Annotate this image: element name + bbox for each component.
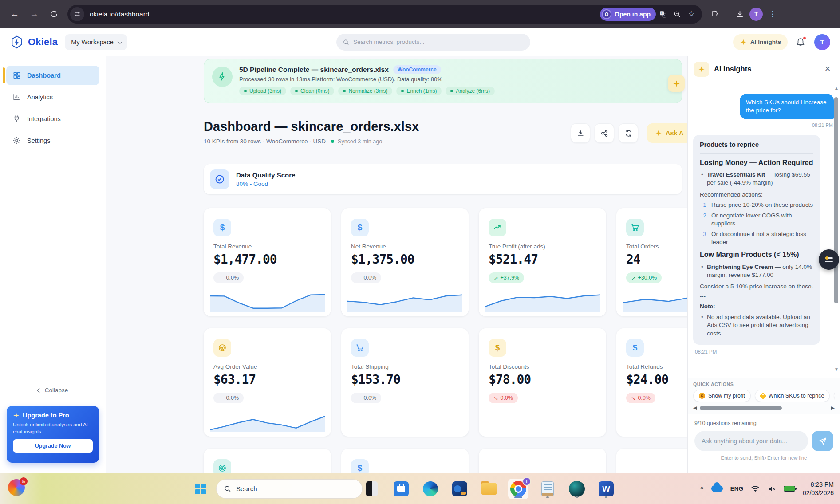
taskbar-app-clipchamp[interactable]: [567, 479, 587, 499]
sidebar-item-analytics[interactable]: Analytics: [6, 87, 99, 107]
kpi-card-total-discounts: $ Total Discounts $78.00 0.0%: [479, 328, 606, 437]
send-button[interactable]: [812, 431, 833, 451]
browser-reload-button[interactable]: [45, 6, 62, 23]
chrome-profile-badge: T: [522, 477, 531, 486]
taskbar-app-phone[interactable]: [362, 479, 382, 499]
volume-muted-icon[interactable]: [767, 485, 776, 493]
response-section-title: Low Margin Products (< 15%): [700, 250, 813, 259]
browser-profile-avatar[interactable]: T: [749, 8, 763, 21]
sparkline-chart: [210, 289, 325, 312]
ask-ai-button[interactable]: Ask A: [647, 123, 692, 143]
battery-icon[interactable]: [784, 486, 795, 492]
kpi-card-partial: $: [341, 449, 469, 473]
quick-action-reprice[interactable]: Which SKUs to reprice: [755, 390, 830, 402]
upgrade-now-button[interactable]: Upgrade Now: [13, 439, 93, 453]
chat-scrollbar[interactable]: ▲ ▼: [833, 86, 840, 374]
data-quality-card: Data Quality Score 80% - Good: [204, 164, 682, 194]
wifi-icon[interactable]: [751, 485, 760, 492]
collapse-label: Collapse: [45, 387, 68, 394]
search-input[interactable]: [353, 39, 524, 45]
zoom-icon[interactable]: [670, 7, 684, 21]
kpi-label: Avg Order Value: [213, 363, 321, 370]
taskbar-app-outlook[interactable]: [450, 479, 470, 499]
workspace-label: My Workspace: [71, 39, 114, 46]
kpi-delta-badge: 0.0%: [351, 272, 381, 283]
share-button[interactable]: [595, 123, 614, 143]
tag-icon: [759, 392, 766, 399]
taskbar-clock[interactable]: 8:23 PM 02/03/2026: [803, 480, 834, 496]
stage-pill: Analyze (6ms): [446, 87, 495, 95]
user-message-bubble: Which SKUs should I increase the price f…: [740, 94, 834, 119]
global-search[interactable]: [336, 34, 530, 51]
ai-response-card: Products to reprice Losing Money — Actio…: [693, 135, 820, 345]
data-quality-title: Data Quality Score: [236, 171, 295, 179]
sidebar-item-dashboard[interactable]: Dashboard: [6, 66, 99, 85]
site-settings-icon[interactable]: [70, 7, 84, 21]
taskbar-app-explorer[interactable]: [479, 479, 499, 499]
sidebar-item-integrations[interactable]: Integrations: [6, 109, 99, 129]
cart-icon: [626, 219, 644, 236]
scroll-up-icon[interactable]: ▲: [833, 86, 840, 91]
trend-up-icon: [489, 219, 506, 236]
scroll-right-icon[interactable]: ▶: [831, 405, 835, 411]
scroll-down-icon[interactable]: ▼: [833, 367, 840, 372]
scrollbar-track[interactable]: [700, 406, 828, 410]
scrollbar-thumb[interactable]: [700, 406, 781, 410]
language-indicator[interactable]: ENG: [730, 485, 743, 492]
sidebar-item-settings[interactable]: Settings: [6, 131, 99, 150]
quick-actions-scrollbar[interactable]: ◀ ▶: [693, 405, 835, 411]
chat-input[interactable]: [694, 431, 808, 451]
floating-settings-button[interactable]: [819, 249, 839, 270]
downloads-icon[interactable]: [733, 7, 747, 21]
quick-action-partial[interactable]: [834, 390, 835, 402]
kpi-card-true-profit: True Profit (after ads) $521.47 +37.9%: [479, 208, 606, 316]
quick-action-show-profit[interactable]: $ Show my profit: [693, 390, 751, 402]
url-text[interactable]: okiela.io/dashboard: [90, 10, 600, 18]
windows-taskbar: 5 Search T W ^ ENG 8:23 PM 0: [0, 473, 840, 504]
refresh-button[interactable]: [619, 123, 638, 143]
close-icon[interactable]: ✕: [821, 63, 834, 75]
browser-menu-icon[interactable]: ⋮: [765, 7, 780, 21]
taskbar-widget-button[interactable]: 5: [8, 479, 27, 498]
taskbar-search[interactable]: Search: [216, 479, 363, 499]
ask-ai-mini-button[interactable]: [668, 75, 685, 92]
svg-text:A: A: [663, 14, 665, 17]
address-bar[interactable]: okiela.io/dashboard O Open in app GA ☆: [67, 5, 702, 24]
start-button[interactable]: [190, 479, 211, 499]
bookmark-star-icon[interactable]: ☆: [684, 7, 698, 21]
open-in-app-button[interactable]: O Open in app: [600, 8, 656, 21]
target-icon: [213, 339, 231, 357]
sparkline-chart: [485, 289, 600, 312]
export-download-button[interactable]: [571, 123, 590, 143]
taskbar-app-notepad[interactable]: [537, 479, 558, 499]
ask-ai-label: Ask A: [666, 130, 684, 137]
sidebar-collapse-button[interactable]: Collapse: [0, 387, 106, 394]
translate-icon[interactable]: GA: [656, 7, 670, 21]
open-in-app-label: Open in app: [615, 11, 651, 18]
tray-expand-icon[interactable]: ^: [700, 485, 704, 492]
notifications-button[interactable]: [796, 37, 806, 47]
sparkle-icon: [13, 412, 20, 419]
plug-icon: [12, 114, 21, 123]
stage-pill: Enrich (1ms): [396, 87, 442, 95]
word-icon: W: [599, 481, 614, 496]
user-avatar[interactable]: T: [814, 34, 830, 50]
taskbar-app-edge[interactable]: [420, 479, 441, 499]
extensions-icon[interactable]: [707, 7, 722, 21]
taskbar-app-word[interactable]: W: [596, 479, 616, 499]
scrollbar-thumb[interactable]: [834, 97, 838, 303]
outlook-icon: [452, 481, 467, 496]
running-app-dot: [546, 496, 549, 498]
browser-back-button[interactable]: ←: [6, 6, 23, 23]
taskbar-app-store[interactable]: [391, 479, 411, 499]
workspace-selector[interactable]: My Workspace: [65, 34, 127, 50]
response-bullet: Travel Essentials Kit — losing $69.55 pe…: [700, 171, 813, 187]
gear-icon: [12, 136, 21, 145]
brand-logo[interactable]: Okiela: [10, 35, 58, 49]
browser-forward-button[interactable]: →: [26, 6, 43, 23]
taskbar-app-chrome[interactable]: T: [508, 479, 528, 499]
ai-insights-button[interactable]: AI Insights: [733, 34, 788, 50]
onedrive-icon[interactable]: [711, 485, 723, 492]
scroll-left-icon[interactable]: ◀: [693, 405, 697, 411]
kpi-value: $78.00: [489, 372, 596, 387]
